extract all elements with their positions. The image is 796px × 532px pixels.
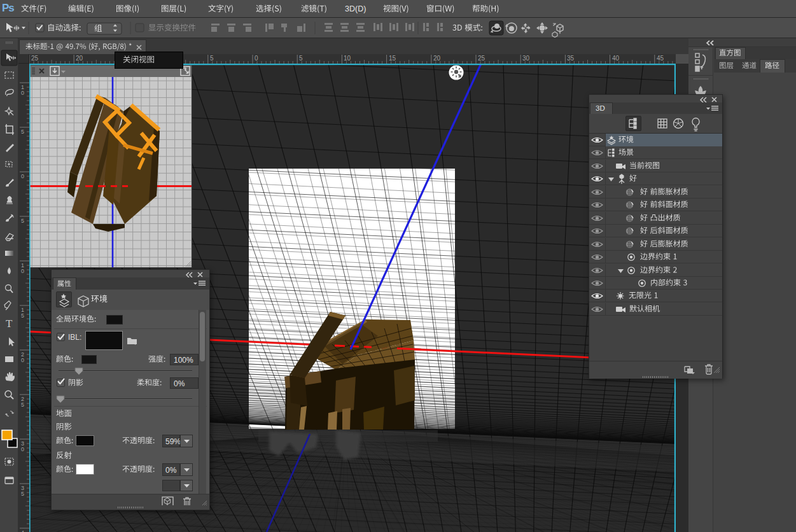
svg-text:0: 0 (21, 446, 24, 452)
svg-text:35: 35 (567, 55, 575, 62)
svg-text:5: 5 (21, 312, 24, 319)
svg-text:30: 30 (522, 55, 530, 62)
svg-text:0: 0 (21, 90, 24, 96)
svg-text:0: 0 (21, 357, 24, 363)
svg-text:5: 5 (210, 55, 214, 62)
svg-text:25: 25 (31, 55, 39, 62)
svg-text:15: 15 (389, 55, 396, 62)
svg-text:20: 20 (433, 55, 441, 62)
svg-text:40: 40 (612, 55, 620, 62)
svg-text:25: 25 (478, 55, 485, 62)
svg-text:5: 5 (21, 491, 24, 497)
svg-text:5: 5 (299, 55, 303, 62)
svg-text:10: 10 (344, 55, 351, 62)
svg-text:0: 0 (21, 173, 24, 179)
svg-text:45: 45 (657, 55, 664, 62)
svg-text:5: 5 (21, 129, 24, 135)
svg-text:5: 5 (21, 402, 24, 408)
svg-text:5: 5 (21, 218, 24, 224)
svg-text:4: 4 (21, 529, 24, 532)
svg-text:20: 20 (76, 55, 83, 62)
svg-text:T: T (6, 318, 13, 330)
svg-text:0: 0 (255, 55, 258, 62)
svg-text:0: 0 (21, 268, 24, 274)
